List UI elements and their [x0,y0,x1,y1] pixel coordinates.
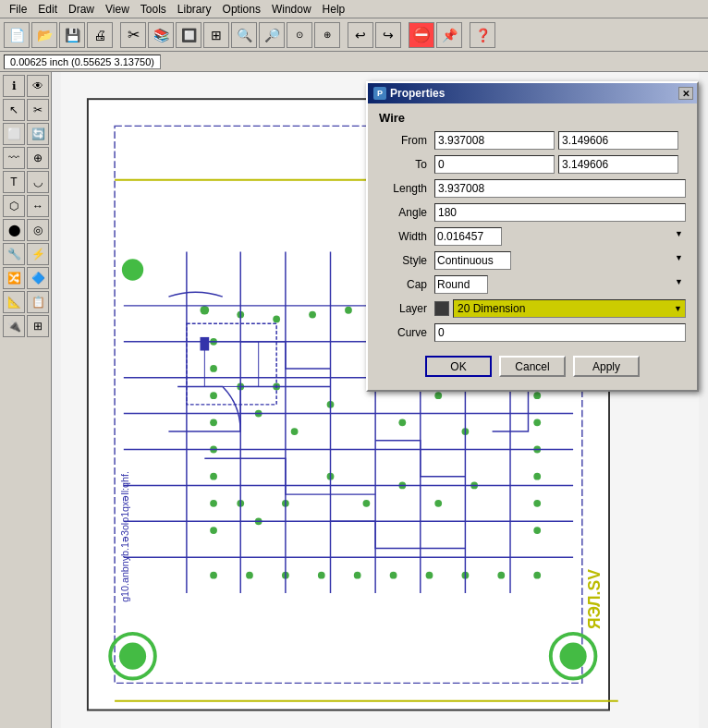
svg-point-50 [398,419,406,426]
zoom-out-button[interactable]: 🔎 [259,22,285,48]
menu-draw[interactable]: Draw [63,1,100,18]
drill-button[interactable]: ◎ [27,219,49,241]
pad-button[interactable]: ⬤ [3,219,25,241]
svg-point-15 [210,365,217,372]
svg-point-51 [434,392,442,399]
zoom-area-button[interactable]: ⊕ [314,22,340,48]
svg-point-43 [560,643,587,670]
svg-point-41 [119,643,146,670]
new-button[interactable]: 📄 [4,22,30,48]
menu-library[interactable]: Library [172,1,217,18]
cancel-button[interactable]: Cancel [499,356,566,377]
stop-button[interactable]: ⛔ [409,22,434,48]
copy-button[interactable]: 📋 [27,291,49,313]
grid-tool[interactable]: ⊞ [27,315,49,337]
style-select[interactable]: Continuous Dashed Dotted [434,251,511,270]
from-label: From [379,134,434,147]
svg-point-4 [200,306,209,315]
svg-point-24 [533,392,541,399]
cap-select[interactable]: Round Flat [434,275,488,294]
curve-label: Curve [379,326,434,339]
via-button[interactable]: ⊕ [27,147,49,169]
save-button[interactable]: 💾 [59,22,85,48]
polygon-button[interactable]: ⬡ [3,195,25,217]
grid-button[interactable]: ⊞ [203,22,229,48]
paste-button[interactable]: 🔌 [3,315,25,337]
drc-button[interactable]: 🔧 [3,243,25,265]
ratsnest-button[interactable]: 📌 [436,22,462,48]
canvas-area[interactable]: g10.anbnyb.1ə3olo1qxəll:qhf. ЯЭЛ.SV P Pr… [52,72,708,728]
menu-window[interactable]: Window [266,1,317,18]
svg-point-57 [434,500,442,507]
library-button[interactable]: 📚 [148,22,174,48]
close-button[interactable]: ✕ [678,87,693,100]
svg-point-47 [291,428,299,435]
from-y-input[interactable] [558,131,678,150]
footprint-button[interactable]: 🔲 [176,22,201,48]
svg-point-17 [210,419,217,426]
svg-point-19 [210,473,217,480]
length-input[interactable] [434,179,686,198]
menu-tools[interactable]: Tools [135,1,172,18]
menu-view[interactable]: View [100,1,135,18]
main-area: ℹ 👁 ↖ ✂ ⬜ 🔄 〰 ⊕ T ◡ ⬡ ↔ ⬤ ◎ 🔧 ⚡ 🔀 🔷 📐 📋 … [0,72,708,728]
width-select[interactable]: 0.016457 [434,227,502,246]
open-button[interactable]: 📂 [31,22,57,48]
cut-tool[interactable]: ✂ [27,99,49,121]
svg-point-6 [273,316,280,323]
layer-row: Layer 20 Dimension [379,298,686,319]
info-button[interactable]: ℹ [3,75,25,97]
coordinate-display: 0.00625 inch (0.55625 3.13750) [4,55,161,69]
undo-button[interactable]: ↩ [348,22,373,48]
svg-rect-84 [200,337,209,351]
ok-button[interactable]: OK [425,356,492,377]
smash-button[interactable]: 📐 [3,291,25,313]
redo-button[interactable]: ↪ [375,22,401,48]
dialog-title: Properties [390,87,445,100]
from-row: From [379,130,686,151]
layer-select[interactable]: 20 Dimension [453,299,686,318]
airwire-button[interactable]: 🔷 [27,267,49,289]
angle-label: Angle [379,206,434,219]
from-x-input[interactable] [434,131,555,150]
angle-input[interactable] [434,203,686,222]
dimension-button[interactable]: ↔ [27,195,49,217]
svg-point-3 [122,259,143,280]
rotate-button[interactable]: 🔄 [27,123,49,145]
length-label: Length [379,182,434,195]
width-row: Width 0.016457 [379,226,686,247]
help-button[interactable]: ❓ [470,22,495,48]
wire-button[interactable]: 〰 [3,147,25,169]
svg-point-31 [246,572,253,579]
svg-point-21 [210,527,217,534]
layers-button[interactable]: 👁 [27,75,49,97]
text-button[interactable]: T [3,171,25,193]
cut-button[interactable]: ✂ [120,22,146,48]
apply-button[interactable]: Apply [573,356,640,377]
ratsnest-tool[interactable]: ⚡ [27,243,49,265]
select-button[interactable]: ↖ [3,99,25,121]
zoom-fit-button[interactable]: ⊙ [287,22,312,48]
menu-edit[interactable]: Edit [32,1,63,18]
zoom-in-button[interactable]: 🔍 [231,22,257,48]
autorouter-button[interactable]: 🔀 [3,267,25,289]
main-toolbar: 📄 📂 💾 🖨 ✂ 📚 🔲 ⊞ 🔍 🔎 ⊙ ⊕ ↩ ↪ ⛔ 📌 ❓ [0,18,708,52]
dialog-buttons: OK Cancel Apply [379,352,686,382]
layer-label: Layer [379,302,434,315]
menu-file[interactable]: File [4,1,32,18]
arc-button[interactable]: ◡ [27,171,49,193]
svg-point-7 [309,311,316,319]
svg-point-28 [533,500,541,507]
move-button[interactable]: ⬜ [3,123,25,145]
print-button[interactable]: 🖨 [87,22,113,48]
svg-point-8 [345,307,352,314]
menu-options[interactable]: Options [217,1,266,18]
menu-help[interactable]: Help [317,1,351,18]
to-x-input[interactable] [434,155,555,174]
svg-point-39 [533,572,541,579]
curve-input[interactable] [434,323,686,342]
length-row: Length [379,178,686,199]
angle-row: Angle [379,202,686,223]
to-y-input[interactable] [558,155,678,174]
properties-dialog: P Properties ✕ Wire From To [366,81,699,392]
